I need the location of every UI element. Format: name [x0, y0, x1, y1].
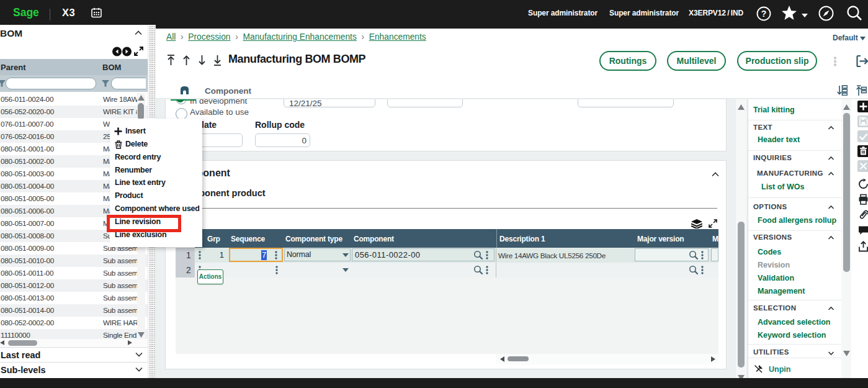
svg-text:?: ? [761, 9, 767, 19]
